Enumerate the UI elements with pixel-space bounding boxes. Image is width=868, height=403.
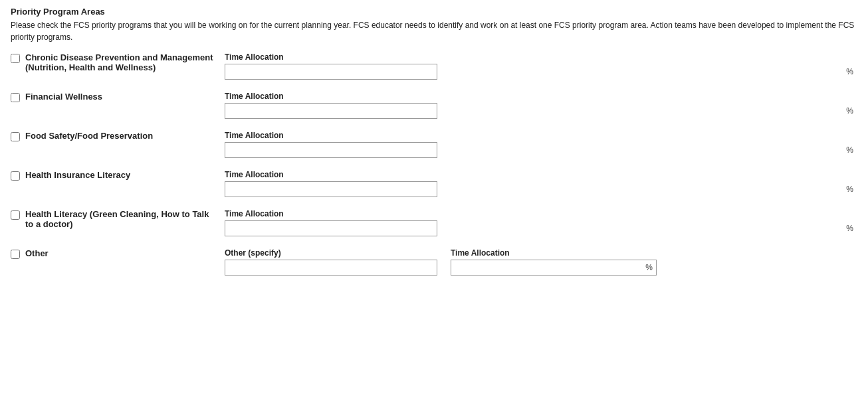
time-allocation-label-food-safety: Time Allocation [225, 131, 857, 140]
checkbox-health-insurance[interactable] [11, 171, 20, 181]
time-allocation-input-food-safety[interactable] [225, 142, 437, 158]
checkbox-other[interactable] [11, 250, 20, 259]
checkbox-health-literacy[interactable] [11, 210, 20, 220]
percent-sign-chronic-disease: % [846, 67, 853, 76]
program-row-financial-wellness: Financial WellnessTime Allocation% [11, 92, 857, 119]
time-allocation-input-health-insurance[interactable] [225, 181, 437, 197]
page-description: Please check the FCS priority programs t… [11, 19, 855, 43]
percent-sign-financial-wellness: % [846, 106, 853, 116]
program-row-chronic-disease: Chronic Disease Prevention and Managemen… [11, 52, 857, 80]
percent-sign-health-insurance: % [846, 185, 853, 194]
program-row-food-safety: Food Safety/Food PreservationTime Alloca… [11, 131, 857, 158]
program-row-health-insurance: Health Insurance LiteracyTime Allocation… [11, 170, 857, 197]
program-row-health-literacy: Health Literacy (Green Cleaning, How to … [11, 209, 857, 236]
checkbox-financial-wellness[interactable] [11, 93, 20, 102]
other-specify-label: Other (specify) [225, 248, 437, 258]
other-specify-input[interactable] [225, 260, 437, 276]
time-allocation-label-health-insurance: Time Allocation [225, 170, 857, 179]
program-label-health-insurance: Health Insurance Literacy [25, 170, 130, 180]
time-allocation-label-chronic-disease: Time Allocation [225, 52, 857, 62]
time-allocation-label-financial-wellness: Time Allocation [225, 92, 857, 101]
program-label-chronic-disease: Chronic Disease Prevention and Managemen… [25, 52, 213, 72]
time-allocation-label-other: Time Allocation [451, 248, 657, 258]
time-allocation-input-financial-wellness[interactable] [225, 103, 437, 119]
time-allocation-input-health-literacy[interactable] [225, 220, 437, 236]
time-allocation-input-chronic-disease[interactable] [225, 64, 437, 80]
checkbox-food-safety[interactable] [11, 132, 20, 141]
program-label-other: Other [25, 248, 49, 258]
checkbox-chronic-disease[interactable] [11, 54, 20, 63]
percent-sign-health-literacy: % [846, 224, 853, 233]
percent-sign-food-safety: % [846, 145, 853, 155]
program-label-health-literacy: Health Literacy (Green Cleaning, How to … [25, 209, 209, 229]
program-label-financial-wellness: Financial Wellness [25, 92, 102, 102]
time-allocation-input-other[interactable] [451, 260, 657, 276]
program-label-food-safety: Food Safety/Food Preservation [25, 131, 153, 141]
time-allocation-label-health-literacy: Time Allocation [225, 209, 857, 218]
program-row-other: OtherOther (specify)Time Allocation% [11, 248, 857, 276]
page-title: Priority Program Areas [11, 7, 857, 17]
